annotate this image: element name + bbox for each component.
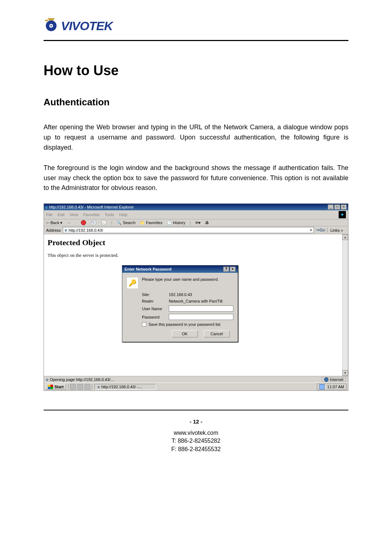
section-heading-authentication: Authentication [44, 97, 348, 108]
ie-app-icon: e [45, 205, 48, 209]
realm-label: Realm [142, 299, 166, 303]
taskbar-item-ie[interactable]: e http://192.168.0.43/ -… [94, 384, 156, 390]
dialog-prompt: Please type your user name and password. [142, 277, 219, 289]
password-label: Password [142, 315, 166, 319]
taskbar-item-label: http://192.168.0.43/ -… [101, 385, 142, 389]
brand-logo: VIVOTEK [44, 18, 348, 33]
svg-point-2 [50, 25, 52, 27]
close-button[interactable]: × [341, 204, 347, 210]
quicklaunch-ie-icon[interactable] [77, 384, 83, 390]
taskbar-item-icon: e [98, 385, 100, 389]
vivotek-mark-icon [44, 18, 59, 33]
menu-favorites[interactable]: Favorites [83, 212, 99, 217]
tray-icon[interactable] [319, 384, 324, 389]
stop-icon[interactable] [81, 220, 86, 225]
home-icon[interactable]: ⌂ [101, 220, 106, 225]
auth-dialog: Enter Network Password ? × 🔑 Please type… [122, 265, 238, 342]
windows-flag-icon [48, 385, 53, 389]
maximize-button[interactable]: □ [334, 204, 340, 210]
ie-menubar: File Edit View Favorites Tools Help ✦ [44, 210, 348, 219]
dialog-titlebar: Enter Network Password ? × [122, 266, 238, 273]
page-footer: - 12 - www.vivotek.com T: 886-2-82455282… [0, 418, 392, 453]
favorites-button[interactable]: 📁Favorites [140, 220, 162, 225]
menu-view[interactable]: View [70, 212, 78, 217]
address-input[interactable]: e http://192.168.0.43/ ▾ [63, 227, 314, 233]
menu-help[interactable]: Help [119, 212, 127, 217]
intro-paragraph-2: The foreground is the login window and t… [44, 163, 348, 194]
cancel-button[interactable]: Cancel [204, 330, 230, 337]
zone-indicator: Internet [322, 377, 346, 382]
save-password-label: Save this password in your password list [148, 322, 220, 327]
quicklaunch-desktop-icon[interactable] [70, 384, 76, 390]
realm-value: Network_Camera with Pan/Tilt [169, 299, 222, 303]
address-label: Address [46, 228, 61, 232]
history-button[interactable]: 🕑History [167, 220, 185, 225]
search-button[interactable]: 🔍Search [117, 220, 135, 225]
ie-addressbar: Address e http://192.168.0.43/ ▾ ↪Go Lin… [44, 226, 348, 234]
quicklaunch-outlook-icon[interactable] [85, 384, 90, 390]
footer-website: www.vivotek.com [0, 429, 392, 437]
status-text: Opening page http://192.168.0.43/… [50, 377, 114, 382]
windows-taskbar: Start e http://192.168.0.43/ -… 11:07 AM [44, 382, 348, 390]
ie-toolbar: ⇦Back ▾ → · ↻ ⌂ | 🔍Search 📁Favorites 🕑Hi… [44, 219, 348, 226]
ie-window: e http://192.168.0.43/ - Microsoft Inter… [44, 203, 348, 391]
scroll-down-button[interactable]: ▼ [342, 370, 348, 376]
start-label: Start [54, 385, 64, 389]
ie-viewport: ▲ ▼ Protected Object This object on the … [44, 234, 348, 376]
menu-file[interactable]: File [46, 212, 53, 217]
go-button[interactable]: ↪Go [316, 228, 325, 232]
ie-statusbar: e Opening page http://192.168.0.43/… Int… [44, 376, 348, 382]
minimize-button[interactable]: _ [328, 204, 334, 210]
page-title: How to Use [44, 63, 348, 78]
menu-edit[interactable]: Edit [58, 212, 65, 217]
site-value: 192.168.0.43 [169, 292, 192, 297]
ie-throbber-icon: ✦ [339, 211, 346, 218]
dialog-help-button[interactable]: ? [223, 267, 229, 272]
forward-button[interactable]: → [67, 220, 71, 225]
footer-phone: T: 886-2-82455282 [0, 437, 392, 445]
keys-icon: 🔑 [127, 277, 138, 289]
page-favicon-icon: e [65, 228, 67, 233]
dialog-close-button[interactable]: × [230, 267, 236, 272]
system-tray: 11:07 AM [317, 384, 347, 390]
error-subtext: This object on the server is protected. [48, 252, 344, 258]
intro-paragraph-1: After opening the Web browser and typing… [44, 122, 348, 153]
tray-clock: 11:07 AM [327, 385, 344, 389]
brand-wordmark: VIVOTEK [61, 19, 113, 33]
status-page-icon: e [46, 377, 48, 382]
ie-titlebar: e http://192.168.0.43/ - Microsoft Inter… [44, 204, 348, 210]
print-icon[interactable]: 🖶 [205, 220, 209, 225]
address-url: http://192.168.0.43/ [69, 228, 103, 232]
start-button[interactable]: Start [45, 384, 66, 390]
scrollbar-track[interactable] [342, 240, 348, 370]
svg-rect-3 [45, 20, 48, 21]
ie-title-text: http://192.168.0.43/ - Microsoft Interne… [49, 205, 134, 209]
scroll-up-button[interactable]: ▲ [342, 234, 348, 240]
password-input[interactable] [169, 314, 233, 320]
error-heading: Protected Object [48, 238, 344, 247]
footer-fax: F: 886-2-82455532 [0, 445, 392, 453]
username-input[interactable] [169, 305, 233, 312]
page-number: - 12 - [0, 418, 392, 425]
links-toolbar[interactable]: Links » [327, 228, 346, 232]
back-button[interactable]: ⇦Back ▾ [46, 220, 62, 225]
site-label: Site: [142, 292, 166, 297]
quick-launch [68, 384, 92, 390]
save-password-checkbox[interactable] [142, 322, 146, 327]
mail-icon[interactable]: ✉▾ [195, 220, 201, 225]
zone-label: Internet [330, 377, 343, 382]
internet-zone-icon [324, 377, 328, 382]
ok-button[interactable]: OK [172, 330, 198, 337]
address-dropdown-icon[interactable]: ▾ [310, 228, 312, 232]
footer-divider [44, 410, 348, 410]
header-divider [44, 40, 348, 41]
username-label: User Name [142, 307, 166, 311]
dialog-title-text: Enter Network Password [124, 267, 172, 271]
refresh-icon[interactable]: ↻ [91, 220, 96, 225]
menu-tools[interactable]: Tools [105, 212, 114, 217]
